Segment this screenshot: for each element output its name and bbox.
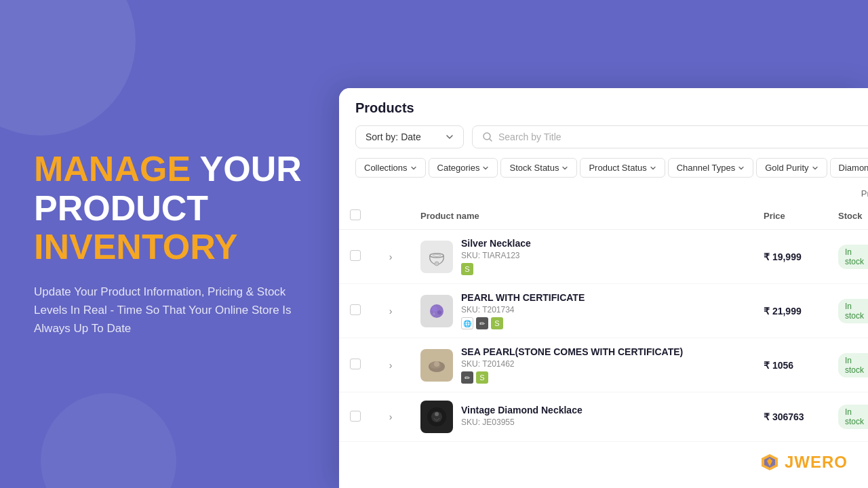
row2-expand-cell[interactable]: › [372, 284, 410, 338]
row2-product-name: PEARL WITH CERTIFICATE [461, 292, 585, 303]
search-box[interactable]: Search by Title [472, 125, 868, 148]
hero-section: MANAGE YOUR PRODUCT INVENTORY Update You… [0, 0, 339, 488]
row4-sku: SKU: JE03955 [461, 418, 583, 427]
hero-title: MANAGE YOUR PRODUCT INVENTORY [34, 150, 305, 266]
stock-chevron-icon [561, 165, 568, 171]
header-checkbox[interactable] [339, 203, 372, 230]
row3-expand-button[interactable]: › [382, 357, 399, 373]
hero-your: YOUR [191, 149, 302, 188]
svg-point-13 [434, 361, 439, 367]
row1-stock-status: In stock [838, 245, 868, 269]
price-label: Price [764, 211, 785, 221]
diamond-purity-filter[interactable]: Diamond Purity [830, 158, 868, 178]
stock-status-filter[interactable]: Stock Status [500, 158, 577, 178]
row2-stock-cell: In stock [827, 284, 868, 338]
stock-label: Stock [838, 211, 862, 221]
products-table[interactable]: Product name Price Stock Purity [339, 203, 868, 488]
collections-chevron-icon [410, 165, 417, 171]
jwero-j: J [785, 453, 794, 471]
categories-filter[interactable]: Categories [429, 158, 498, 178]
channel-types-filter[interactable]: Channel Types [668, 158, 754, 178]
svg-point-16 [435, 412, 439, 416]
row4-product-cell: Vintage Diamond Necklace SKU: JE03955 [410, 392, 753, 442]
hero-inventory: INVENTORY [34, 227, 238, 266]
row1-shopify-badge: S [461, 263, 473, 275]
panel-title: Products [355, 100, 868, 116]
row1-price: ₹ 19,999 [764, 251, 802, 262]
row3-product-name: SEA PEARL(STONE COMES WITH CERTIFICATE) [461, 346, 683, 357]
row3-sku: SKU: T201462 [461, 359, 683, 369]
row1-thumbnail [420, 241, 453, 273]
row3-expand-cell[interactable]: › [372, 338, 410, 392]
product-status-chevron-icon [650, 165, 656, 171]
row2-badges: 🌐 ✏ S [461, 317, 585, 329]
row3-stock-cell: In stock [827, 338, 868, 392]
row3-stock-status: In stock [838, 353, 868, 378]
row2-price: ₹ 21,999 [764, 306, 802, 317]
row4-product-name: Vintage Diamond Necklace [461, 405, 583, 415]
row1-product-details: Silver Necklace SKU: TIARA123 S [461, 238, 531, 275]
sort-dropdown[interactable]: Sort by: Date [355, 125, 464, 148]
table-row: › [339, 284, 868, 338]
collections-filter[interactable]: Collections [355, 158, 426, 178]
row4-stock-cell: In stock [827, 392, 868, 442]
gold-purity-filter[interactable]: Gold Purity [756, 158, 827, 178]
stock-status-label: Stock Status [509, 163, 559, 173]
jwero-text: JWERO [785, 453, 848, 472]
jwero-logo: JWERO [760, 453, 848, 472]
hero-manage: MANAGE [34, 149, 191, 188]
row1-checkbox-cell[interactable] [339, 230, 372, 284]
row2-checkbox-cell[interactable] [339, 284, 372, 338]
row3-checkbox[interactable] [350, 359, 361, 369]
row1-checkbox[interactable] [350, 250, 361, 261]
row2-expand-button[interactable]: › [382, 303, 399, 319]
row2-stock-status: In stock [838, 299, 868, 323]
row2-globe-badge: 🌐 [461, 317, 473, 329]
toolbar: Sort by: Date Search by Title [355, 125, 868, 148]
svg-point-9 [437, 310, 441, 314]
row2-price-cell: ₹ 21,999 [753, 284, 827, 338]
row2-product-cell: PEARL WITH CERTIFICATE SKU: T201734 🌐 ✏ … [410, 284, 753, 338]
collections-label: Collections [364, 163, 408, 173]
per-page-row: Products per page [339, 184, 868, 203]
row1-expand-button[interactable]: › [382, 249, 399, 265]
diamond-purity-label: Diamond Purity [839, 163, 868, 173]
search-placeholder: Search by Title [498, 131, 561, 142]
panel-scroll-area[interactable]: Products Sort by: Date [339, 88, 868, 488]
header-price: Price [753, 203, 827, 230]
select-all-checkbox[interactable] [350, 209, 361, 220]
row1-badges: S [461, 263, 531, 275]
row1-expand-cell[interactable]: › [372, 230, 410, 284]
panel-header: Products Sort by: Date [339, 88, 868, 184]
row2-shopify-badge: S [491, 317, 503, 329]
products-panel: Products Sort by: Date [339, 88, 868, 488]
row4-checkbox[interactable] [350, 411, 361, 422]
table-row: › [339, 338, 868, 392]
row3-checkbox-cell[interactable] [339, 338, 372, 392]
table-row: › [339, 230, 868, 284]
row3-shopify-badge: S [476, 371, 488, 384]
row4-price: ₹ 306763 [764, 411, 804, 422]
row2-thumbnail [420, 295, 453, 327]
product-status-label: Product Status [589, 163, 646, 173]
row3-product-details: SEA PEARL(STONE COMES WITH CERTIFICATE) … [461, 346, 683, 384]
row4-checkbox-cell[interactable] [339, 392, 372, 442]
row4-expand-cell[interactable]: › [372, 392, 410, 442]
svg-point-4 [430, 253, 443, 258]
categories-label: Categories [437, 163, 480, 173]
row1-sku: SKU: TIARA123 [461, 251, 531, 260]
row4-expand-button[interactable]: › [382, 409, 399, 425]
categories-chevron-icon [482, 165, 489, 171]
row2-checkbox[interactable] [350, 304, 361, 315]
row3-thumbnail [420, 349, 453, 382]
svg-point-5 [433, 254, 441, 256]
sort-chevron-icon [446, 133, 454, 141]
product-status-filter[interactable]: Product Status [580, 158, 665, 178]
table-header: Product name Price Stock Purity [339, 203, 868, 230]
sort-label: Sort by: Date [366, 131, 421, 142]
jwero-logo-icon [760, 453, 779, 472]
svg-point-8 [432, 306, 437, 312]
row1-stock-cell: In stock [827, 230, 868, 284]
row1-product-name: Silver Necklace [461, 238, 531, 249]
row3-badges: ✏ S [461, 371, 683, 384]
